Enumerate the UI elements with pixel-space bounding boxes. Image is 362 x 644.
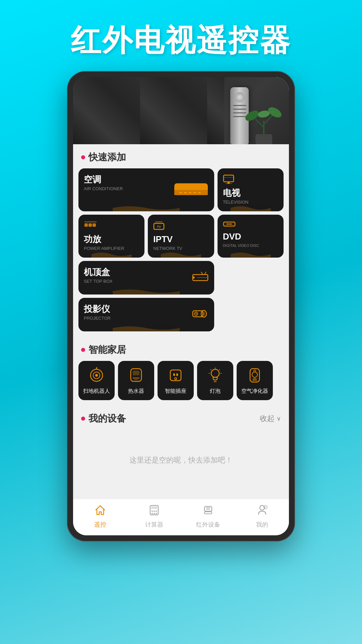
nav-label-ir-devices: 红外设备 [196,521,220,529]
svg-rect-44 [176,373,178,376]
quick-add-dot [81,155,85,159]
banner-stone [73,77,224,144]
svg-rect-65 [204,512,212,514]
smart-device-robot[interactable]: 扫地机器人 [78,361,115,400]
bottom-nav: 遥控 [73,499,289,535]
calculator-icon [148,504,160,519]
nav-label-mine: 我的 [256,521,268,529]
smart-device-heater[interactable]: 热水器 [118,361,154,400]
svg-line-49 [219,369,220,370]
phone-frame: 快速添加 空调 AIR CONDITIONER [67,71,295,541]
svg-rect-16 [93,223,96,227]
nav-item-remote[interactable]: 遥控 [73,504,127,529]
robot-icon [87,366,106,384]
svg-point-63 [156,513,157,514]
svg-rect-13 [226,183,232,184]
socket-name: 智能插座 [165,388,186,395]
smart-device-bulb[interactable]: 灯泡 [197,361,233,400]
bulb-name: 灯泡 [210,388,221,395]
device-card-projector[interactable]: 投影仪 PROJECTOR [78,298,214,331]
nav-item-calculator[interactable]: 计算器 [127,504,181,529]
my-devices-label: 我的设备 [88,412,126,425]
svg-rect-43 [173,373,175,376]
settopbox-name-zh: 机顶盒 [84,267,209,277]
app-background: 红外电视遥控器 [0,0,362,561]
svg-line-2 [255,119,264,127]
device-card-dvd[interactable]: DVD DIGITAL VIDEO DISC [218,215,284,258]
ir-devices-icon [202,504,214,519]
svg-rect-42 [170,370,181,381]
device-card-settopbox[interactable]: 机顶盒 SET TOP BOX [78,261,214,294]
device-card-iptv[interactable]: TV IPTV NETWORK TV [148,215,214,258]
nav-label-calculator: 计算器 [145,521,163,529]
dvd-name-zh: DVD [223,231,278,242]
device-card-tv[interactable]: 电视 TELEVISION [218,168,284,211]
robot-name: 扫地机器人 [83,388,110,395]
svg-point-59 [154,511,155,512]
svg-point-35 [95,374,98,377]
quick-add-header: 快速添加 [73,144,289,168]
device-card-amplifier[interactable]: 功放 POWER AMPLIFIER [78,215,144,258]
mine-icon [256,504,268,519]
svg-rect-18 [155,221,163,222]
svg-point-61 [152,513,153,514]
quick-add-label: 快速添加 [88,151,126,164]
svg-rect-11 [224,177,234,178]
svg-text:TV: TV [157,225,161,228]
heater-icon [127,366,145,384]
svg-rect-10 [224,175,234,182]
device-card-ac[interactable]: 空调 AIR CONDITIONER [78,168,214,211]
phone-screen: 快速添加 空调 AIR CONDITIONER [73,77,289,535]
collapse-label: 收起 [260,414,275,424]
svg-rect-22 [226,223,232,225]
svg-rect-57 [151,506,157,509]
tv-name-zh: 电视 [223,188,278,198]
svg-point-37 [96,367,97,369]
projector-name-zh: 投影仪 [84,304,209,314]
svg-point-32 [202,312,205,316]
svg-point-70 [265,506,266,508]
nav-item-ir-devices[interactable]: 红外设备 [181,504,235,529]
svg-point-54 [252,372,257,377]
purifier-icon [246,366,264,384]
home-icon [95,504,106,519]
svg-rect-17 [84,221,97,222]
phone-wrapper: 快速添加 空调 AIR CONDITIONER [0,71,362,561]
projector-name-en: PROJECTOR [84,316,209,321]
svg-point-62 [154,513,155,514]
smart-home-label: 智能家居 [88,343,126,356]
app-title: 红外电视遥控器 [0,0,362,71]
smart-device-socket[interactable]: 智能插座 [158,361,194,400]
heater-name: 热水器 [128,388,144,395]
iptv-name-zh: IPTV [153,234,208,245]
svg-point-60 [156,511,157,512]
svg-rect-12 [228,182,230,183]
my-devices-dot [81,417,85,421]
svg-rect-0 [255,134,272,144]
svg-rect-15 [88,223,92,227]
smart-home-header: 智能家居 [73,337,289,361]
empty-devices-tip: 这里还是空的呢，快去添加吧！ [73,428,289,499]
nav-label-remote: 遥控 [94,521,106,529]
smart-home-grid: 扫地机器人 热水器 [73,361,289,407]
my-devices-header: 我的设备 收起 ∨ [73,407,289,428]
smart-home-dot [81,348,85,352]
smart-device-purifier[interactable]: 空气净化器 [237,361,273,400]
collapse-button[interactable]: 收起 ∨ [260,414,281,424]
socket-icon [167,366,185,384]
banner [73,77,289,144]
settopbox-name-en: SET TOP BOX [84,279,209,284]
svg-point-30 [195,313,197,315]
amplifier-name-zh: 功放 [84,234,139,245]
svg-point-58 [152,511,153,512]
svg-line-50 [210,369,211,370]
svg-point-45 [175,378,177,380]
svg-point-46 [211,369,219,377]
svg-rect-39 [133,371,139,375]
chevron-down-icon: ∨ [277,415,281,422]
dvd-name-en: DIGITAL VIDEO DISC [223,243,278,248]
purifier-name: 空气净化器 [241,388,268,395]
nav-item-mine[interactable]: 我的 [235,504,289,529]
bulb-icon [206,366,224,384]
svg-rect-14 [84,223,88,227]
